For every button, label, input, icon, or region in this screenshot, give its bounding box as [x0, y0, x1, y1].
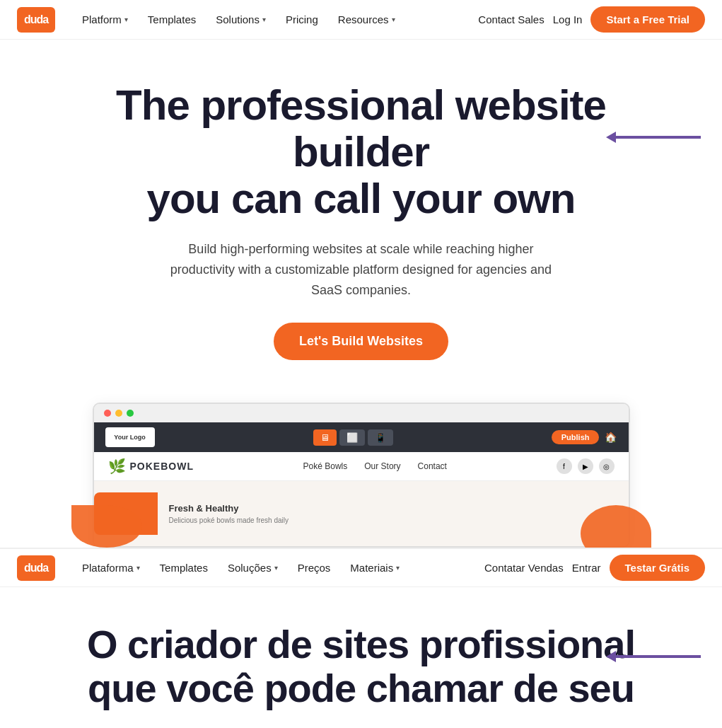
navbar-pt-left: duda Plataforma ▾ Templates Soluções ▾ P… [17, 555, 409, 581]
inner-nav-right-en: Publish 🏠 [552, 430, 617, 444]
pokebowl-site-header-en: 🌿 POKEBOWL Poké Bowls Our Story Contact … [94, 452, 629, 481]
arrow-line-2 [616, 655, 701, 658]
contatar-vendas-link[interactable]: Contatar Vendas [484, 562, 564, 574]
orange-blob-left [71, 505, 142, 548]
navbar-pt: duda Plataforma ▾ Templates Soluções ▾ P… [0, 548, 722, 587]
instagram-icon[interactable]: ◎ [599, 458, 615, 474]
hero-en-subtitle: Build high-performing websites at scale … [163, 239, 559, 300]
pokebowl-nav-contact[interactable]: Contact [418, 461, 447, 471]
youtube-icon[interactable]: ▶ [578, 458, 593, 474]
browser-content-en: Your Logo 🖥 ⬜ 📱 Publish 🏠 🌿 PO [94, 422, 629, 546]
chevron-icon: ▾ [274, 564, 278, 572]
duda-logo[interactable]: duda [17, 7, 55, 33]
arrow-head-icon-2 [606, 651, 616, 662]
nav-platform[interactable]: Platform ▾ [72, 8, 138, 31]
chevron-icon: ▾ [392, 16, 395, 23]
pokebowl-social-en: f ▶ ◎ [557, 458, 615, 474]
hero-pt-title: O criador de sites profissional que você… [57, 623, 665, 710]
pokebowl-brand-text-en: POKEBOWL [130, 461, 194, 472]
arrow-line [616, 136, 701, 139]
chevron-icon: ▾ [124, 16, 128, 23]
contact-sales-link[interactable]: Contact Sales [478, 13, 544, 25]
device-icons-en: 🖥 ⬜ 📱 [313, 429, 393, 446]
device-mobile-btn[interactable]: 📱 [368, 429, 393, 446]
arrow-right-decoration [606, 132, 701, 143]
chevron-icon: ▾ [396, 564, 400, 572]
navbar-en: duda Platform ▾ Templates Solutions ▾ Pr… [0, 0, 722, 40]
chevron-icon: ▾ [262, 16, 266, 23]
chevron-icon: ▾ [136, 564, 140, 572]
arrow-head-icon [606, 132, 616, 143]
entrar-link[interactable]: Entrar [572, 562, 601, 574]
nav-pricing[interactable]: Pricing [276, 8, 328, 31]
navbar-right-en: Contact Sales Log In Start a Free Trial [478, 6, 705, 33]
browser-outer-en: Your Logo 🖥 ⬜ 📱 Publish 🏠 🌿 PO [93, 403, 630, 548]
duda-logo-pt[interactable]: duda [17, 555, 55, 581]
pokebowl-hero-en: Fresh & Healthy Delicious poké bowls mad… [94, 481, 629, 546]
nav-precos[interactable]: Preços [288, 556, 341, 579]
pokebowl-nav-story[interactable]: Our Story [364, 461, 400, 471]
nav-templates-pt[interactable]: Templates [150, 556, 218, 579]
arrow-right-decoration-2 [606, 651, 701, 662]
device-desktop-btn[interactable]: 🖥 [313, 429, 337, 446]
start-trial-button[interactable]: Start a Free Trial [590, 6, 705, 33]
browser-dot-yellow [115, 410, 122, 417]
nav-materiais[interactable]: Materiais ▾ [340, 556, 409, 579]
publish-button-en[interactable]: Publish [552, 430, 600, 444]
nav-solutions[interactable]: Solutions ▾ [206, 8, 276, 31]
navbar-pt-right: Contatar Vendas Entrar Testar Grátis [484, 555, 705, 581]
pokebowl-nav-en: Poké Bowls Our Story Contact [303, 461, 447, 471]
nav-resources[interactable]: Resources ▾ [328, 8, 405, 31]
nav-links-pt: Plataforma ▾ Templates Soluções ▾ Preços… [72, 556, 409, 579]
hero-en: The professional website builder you can… [0, 40, 722, 381]
hero-pt: O criador de sites profissional que você… [0, 587, 722, 728]
browser-dot-green [127, 410, 134, 417]
nav-plataforma[interactable]: Plataforma ▾ [72, 556, 150, 579]
home-icon-en[interactable]: 🏠 [605, 432, 617, 443]
nav-links-en: Platform ▾ Templates Solutions ▾ Pricing… [72, 8, 405, 31]
device-tablet-btn[interactable]: ⬜ [339, 429, 365, 446]
inner-logo-en: Your Logo [105, 427, 155, 447]
browser-mockup-en: Your Logo 🖥 ⬜ 📱 Publish 🏠 🌿 PO [93, 403, 630, 548]
pokebowl-logo-en: 🌿 POKEBOWL [108, 458, 194, 475]
testar-gratis-button[interactable]: Testar Grátis [610, 555, 705, 581]
nav-templates[interactable]: Templates [138, 8, 206, 31]
browser-bar-en [94, 404, 629, 422]
pokebowl-leaf-icon: 🌿 [108, 458, 126, 475]
hero-en-cta-button[interactable]: Let's Build Websites [274, 323, 448, 360]
log-in-link[interactable]: Log In [553, 13, 583, 25]
pokebowl-hero-text-en: Fresh & Healthy Delicious poké bowls mad… [169, 503, 289, 524]
nav-solucoes[interactable]: Soluções ▾ [218, 556, 288, 579]
pokebowl-nav-poke[interactable]: Poké Bowls [303, 461, 348, 471]
browser-dot-red [104, 410, 111, 417]
navbar-left: duda Platform ▾ Templates Solutions ▾ Pr… [17, 7, 405, 33]
hero-en-title: The professional website builder you can… [57, 82, 665, 222]
facebook-icon[interactable]: f [557, 458, 572, 474]
inner-navbar-dark-en: Your Logo 🖥 ⬜ 📱 Publish 🏠 [94, 422, 629, 452]
